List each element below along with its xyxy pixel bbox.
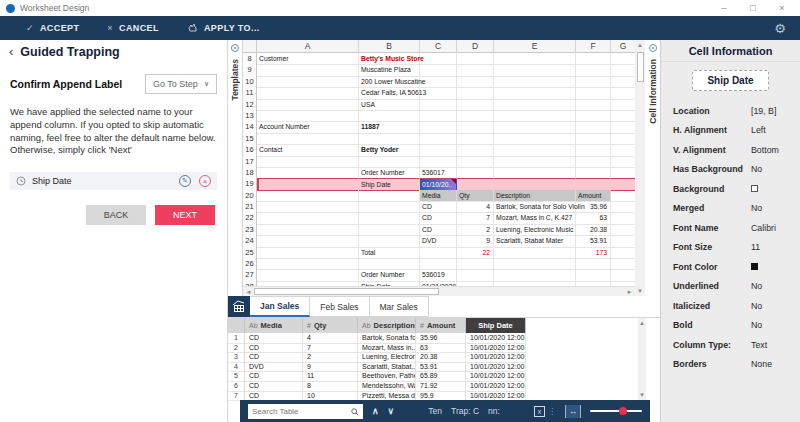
spreadsheet-row-25: 25Total22173 bbox=[243, 247, 635, 258]
property-value: Text bbox=[751, 340, 767, 350]
next-button[interactable]: NEXT bbox=[155, 205, 215, 225]
edit-icon[interactable]: ✎ bbox=[179, 175, 191, 187]
expand-pin-icon[interactable] bbox=[649, 44, 657, 52]
sheet-tab-mar-sales[interactable]: Mar Sales bbox=[370, 296, 429, 317]
sheet-tab-jan-sales[interactable]: Jan Sales bbox=[250, 296, 310, 317]
cell-G28[interactable] bbox=[611, 281, 635, 286]
table-col-description[interactable]: AbDescription bbox=[358, 318, 416, 333]
column-width-icon[interactable]: ↔ bbox=[565, 405, 581, 418]
sheet-selector-icon[interactable] bbox=[228, 296, 250, 317]
column-header-F[interactable]: F bbox=[576, 40, 611, 53]
gear-icon[interactable]: ⚙ bbox=[774, 21, 788, 36]
accept-label: ACCEPT bbox=[40, 23, 79, 33]
column-header-B[interactable]: B bbox=[359, 40, 420, 53]
append-label-field[interactable]: Ship Date ✎ × bbox=[10, 172, 217, 190]
cell-A28[interactable] bbox=[257, 281, 359, 286]
accept-button[interactable]: ✓ ACCEPT bbox=[12, 16, 93, 40]
property-h.-alignment: H. AlignmentLeft bbox=[673, 121, 788, 141]
table-vertical-scrollbar[interactable]: ▲ ▼ bbox=[638, 318, 646, 400]
scroll-up-icon[interactable]: ▲ bbox=[639, 318, 645, 328]
vscroll-thumb[interactable] bbox=[637, 52, 644, 82]
table-row-1: 1CD4Bartok, Sonata fo...35.9610/01/2020 … bbox=[228, 333, 526, 343]
scroll-right-icon[interactable]: ► bbox=[624, 289, 635, 295]
sheet-tab-feb-sales[interactable]: Feb Sales bbox=[310, 296, 369, 317]
property-label: Font Name bbox=[673, 223, 751, 233]
property-label: H. Alignment bbox=[673, 125, 751, 135]
back-button[interactable]: BACK bbox=[86, 205, 146, 225]
property-label: Has Background bbox=[673, 164, 751, 174]
hscroll-thumb[interactable] bbox=[254, 288, 439, 295]
table-col-qty[interactable]: #Qty bbox=[303, 318, 358, 333]
property-bold: BoldNo bbox=[673, 316, 788, 336]
slider-thumb[interactable] bbox=[619, 407, 627, 415]
table-row-6: 6CD8Mendelssohn, Wa...71.9210/01/2020 12… bbox=[228, 381, 526, 391]
search-box[interactable] bbox=[248, 404, 363, 419]
property-label: Background bbox=[673, 184, 751, 194]
delete-icon[interactable]: × bbox=[199, 175, 211, 187]
cell-D28[interactable] bbox=[457, 281, 494, 286]
property-italicized: ItalicizedNo bbox=[673, 296, 788, 316]
property-font-name: Font NameCalibri bbox=[673, 218, 788, 238]
cell-B28[interactable]: Ship Date bbox=[359, 281, 420, 286]
spreadsheet-row-22: 22CD7Mozart, Mass in C, K.42763 bbox=[243, 212, 635, 223]
column-header-A[interactable]: A bbox=[257, 40, 359, 53]
column-header-G[interactable]: G bbox=[611, 40, 636, 53]
column-label: Description bbox=[374, 321, 415, 330]
property-font-size: Font Size11 bbox=[673, 238, 788, 258]
background-color-swatch bbox=[751, 185, 758, 192]
apply-to-label: APPLY TO... bbox=[204, 23, 260, 33]
guided-trapping-panel: ‹ Guided Trapping Confirm Append Label G… bbox=[0, 40, 228, 422]
column-header-C[interactable]: C bbox=[420, 40, 457, 53]
column-header-D[interactable]: D bbox=[457, 40, 494, 53]
spreadsheet-row-16: 16ContactBetty Yoder bbox=[243, 144, 635, 155]
cell-C28[interactable]: 01/21/2020 bbox=[420, 281, 457, 286]
column-header-E[interactable]: E bbox=[494, 40, 576, 53]
find-next-icon[interactable]: ∨ bbox=[388, 406, 395, 416]
table-search-bar: ∧ ∨ Ten Trap: C nn: x ⋮ ↔ bbox=[240, 400, 650, 422]
spreadsheet-row-15: 15 bbox=[243, 133, 635, 144]
apply-to-button[interactable]: APPLY TO... bbox=[173, 16, 274, 40]
vertical-scrollbar[interactable]: ▲ ▼ bbox=[635, 40, 645, 296]
table-col-media[interactable]: AbMedia bbox=[245, 318, 303, 333]
cell-information-tab-label[interactable]: Cell Information bbox=[648, 59, 658, 124]
find-previous-icon[interactable]: ∧ bbox=[372, 406, 379, 416]
spreadsheet-row-21: 21CD4Bartok, Sonata for Solo Violin35.96 bbox=[243, 201, 635, 212]
expand-pin-icon[interactable] bbox=[231, 44, 239, 52]
center-area: Templates ABCDEFG 8CustomerBetty's Music… bbox=[228, 40, 660, 422]
property-label: Borders bbox=[673, 359, 751, 369]
more-options-icon[interactable]: ⋮ bbox=[548, 407, 556, 416]
table-col-amount[interactable]: #Amount bbox=[416, 318, 466, 333]
excel-export-icon[interactable]: x bbox=[534, 406, 545, 417]
close-button[interactable]: × bbox=[770, 0, 794, 16]
minimize-button[interactable]: – bbox=[712, 0, 736, 16]
scroll-down-icon[interactable]: ▼ bbox=[639, 390, 645, 400]
spreadsheet-row-12: 12USA bbox=[243, 99, 635, 110]
horizontal-scrollbar[interactable]: ◄ ► bbox=[243, 286, 635, 296]
property-value: No bbox=[751, 203, 762, 213]
scroll-left-icon[interactable]: ◄ bbox=[243, 289, 254, 295]
description-text: We have applied the selected name to you… bbox=[10, 106, 217, 157]
zoom-slider[interactable] bbox=[590, 410, 642, 412]
cell-information-title: Cell Information bbox=[661, 40, 800, 62]
property-location: Location[19, B] bbox=[673, 101, 788, 121]
cell-E28[interactable] bbox=[494, 281, 576, 286]
table-col-ship-date[interactable]: Ship Date bbox=[466, 318, 526, 333]
templates-strip[interactable]: Templates bbox=[228, 40, 242, 296]
cell-information-strip[interactable]: Cell Information bbox=[645, 40, 660, 296]
maximize-button[interactable]: □ bbox=[741, 0, 765, 16]
back-chevron-icon[interactable]: ‹ bbox=[9, 41, 13, 63]
scroll-down-icon[interactable]: ▼ bbox=[637, 286, 643, 296]
status-label-trap: Trap: C bbox=[451, 406, 479, 416]
font-color-swatch bbox=[751, 263, 758, 270]
scroll-up-icon[interactable]: ▲ bbox=[637, 40, 643, 50]
cell-F28[interactable] bbox=[576, 281, 611, 286]
go-to-step-dropdown[interactable]: Go To Step ∨ bbox=[145, 74, 217, 94]
property-value: No bbox=[751, 301, 762, 311]
table-row-5: 5CD11Beethoven, Pathe...65.8910/01/2020 … bbox=[228, 371, 526, 381]
table-row-4: 4DVD9Scarlatti, Stabat...53.9110/01/2020… bbox=[228, 362, 526, 372]
property-value: 11 bbox=[751, 242, 760, 252]
corner-cell[interactable] bbox=[243, 40, 257, 53]
cancel-button[interactable]: × CANCEL bbox=[93, 16, 173, 40]
templates-tab-label[interactable]: Templates bbox=[230, 59, 240, 100]
search-input[interactable] bbox=[252, 407, 348, 416]
